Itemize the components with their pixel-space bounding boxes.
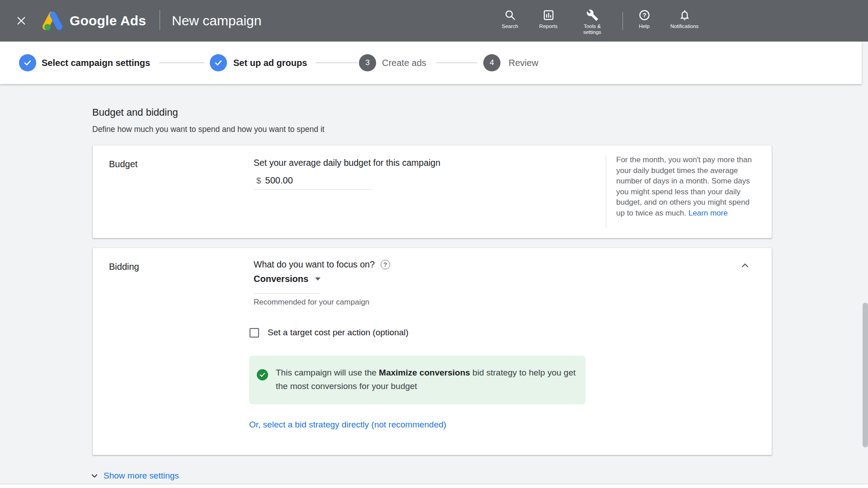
step-3-label[interactable]: Create ads xyxy=(382,56,426,69)
bidding-card: Bidding What do you want to focus on? ? … xyxy=(93,248,772,455)
help-tooltip-icon[interactable]: ? xyxy=(381,260,390,269)
search-icon xyxy=(504,9,516,21)
callout-strategy-name: Maximize conversions xyxy=(379,368,470,377)
focus-dropdown[interactable]: Conversions xyxy=(254,274,321,284)
close-icon[interactable] xyxy=(14,14,28,28)
select-bid-strategy-link[interactable]: Or, select a bid strategy directly (not … xyxy=(249,420,446,430)
budget-help-body: For the month, you won't pay more than y… xyxy=(616,155,752,217)
brand-title: Google Ads xyxy=(70,11,146,30)
chevron-down-icon xyxy=(90,471,99,481)
tools-settings-label: Tools & settings xyxy=(580,23,604,35)
daily-budget-input[interactable] xyxy=(265,175,356,186)
focus-selected-value: Conversions xyxy=(254,274,308,284)
step-1-label[interactable]: Select campaign settings xyxy=(42,56,150,69)
scrollbar-thumb[interactable] xyxy=(863,303,868,447)
step-3-number-icon[interactable]: 3 xyxy=(359,54,376,71)
step-4-label[interactable]: Review xyxy=(509,56,538,69)
step-3-number: 3 xyxy=(365,58,369,67)
step-connector xyxy=(436,62,477,63)
topbar-divider xyxy=(623,12,623,30)
step-2-done-icon[interactable] xyxy=(210,54,227,71)
step-4-number-icon[interactable]: 4 xyxy=(483,54,500,71)
step-connector xyxy=(316,62,358,63)
step-connector xyxy=(159,62,204,63)
help-panel-divider xyxy=(606,155,606,228)
reports-label: Reports xyxy=(539,23,557,29)
notifications-button[interactable]: Notifications xyxy=(664,9,705,29)
budget-help-text: For the month, you won't pay more than y… xyxy=(616,155,755,218)
app-bar: Google Ads New campaign Search Reports xyxy=(0,0,868,42)
campaign-stepper: Select campaign settings Set up ad group… xyxy=(0,42,862,84)
bidding-question: What do you want to focus on? xyxy=(254,259,375,270)
bell-icon xyxy=(679,9,691,21)
wrench-icon xyxy=(586,9,599,21)
budget-card: Budget Set your average daily budget for… xyxy=(93,145,772,238)
currency-symbol: $ xyxy=(256,176,261,186)
daily-budget-field[interactable]: $ xyxy=(254,174,372,190)
step-4-number: 4 xyxy=(490,58,494,67)
topbar-divider xyxy=(160,10,160,30)
recommendation-note: Recommended for your campaign xyxy=(254,298,369,307)
target-cpa-row: Set a target cost per action (optional) xyxy=(250,328,409,338)
chevron-down-icon xyxy=(315,277,321,281)
target-cpa-label: Set a target cost per action (optional) xyxy=(268,328,409,338)
step-2-label[interactable]: Set up ad groups xyxy=(233,56,307,69)
help-label: Help xyxy=(639,23,650,29)
reports-button[interactable]: Reports xyxy=(533,9,564,29)
bid-strategy-callout: This campaign will use the Maximize conv… xyxy=(249,356,585,404)
callout-text-before: This campaign will use the xyxy=(276,368,379,377)
svg-text:?: ? xyxy=(642,12,646,19)
search-label: Search xyxy=(502,23,518,29)
collapse-section-button[interactable] xyxy=(738,258,752,272)
help-icon: ? xyxy=(638,9,651,21)
step-1-done-icon[interactable] xyxy=(19,54,36,71)
section-subtitle: Define how much you want to spend and ho… xyxy=(92,125,325,134)
google-ads-logo-icon xyxy=(42,11,63,30)
show-more-settings-link[interactable]: Show more settings xyxy=(90,471,179,481)
section-title: Budget and bidding xyxy=(92,107,178,118)
tools-settings-button[interactable]: Tools & settings xyxy=(575,9,609,35)
callout-text: This campaign will use the Maximize conv… xyxy=(276,366,579,393)
page-title: New campaign xyxy=(172,11,261,30)
learn-more-link[interactable]: Learn more xyxy=(689,209,728,217)
bottom-bar xyxy=(0,484,868,488)
help-button[interactable]: ? Help xyxy=(628,9,660,29)
budget-row-label: Budget xyxy=(109,159,137,169)
search-button[interactable]: Search xyxy=(494,9,526,29)
target-cpa-checkbox[interactable] xyxy=(250,328,259,338)
notifications-label: Notifications xyxy=(670,23,699,29)
reports-icon xyxy=(542,9,555,21)
chevron-up-icon xyxy=(739,259,751,271)
dropdown-underline xyxy=(254,293,320,294)
show-more-settings-label: Show more settings xyxy=(104,471,179,481)
budget-question: Set your average daily budget for this c… xyxy=(254,158,440,168)
check-circle-icon xyxy=(257,369,268,380)
bidding-row-label: Bidding xyxy=(109,262,139,272)
